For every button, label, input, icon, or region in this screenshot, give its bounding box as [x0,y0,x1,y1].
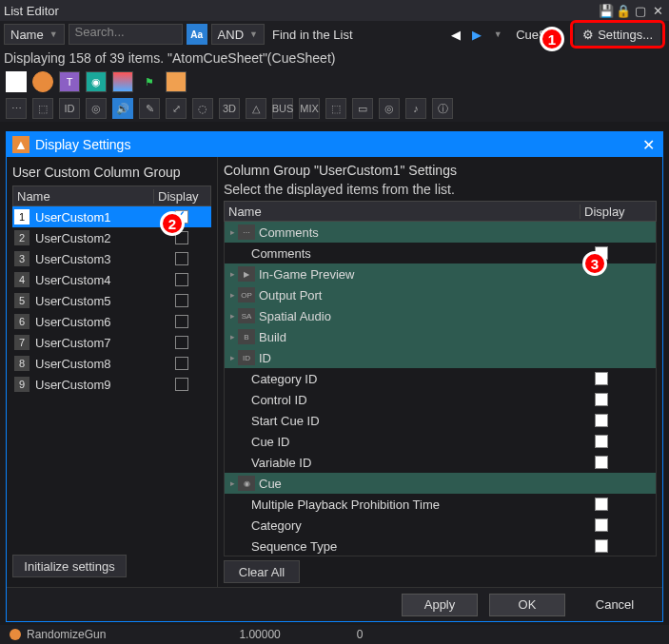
case-toggle[interactable]: Aa [187,24,207,45]
maximize-icon[interactable]: ▢ [633,3,648,18]
user-custom-row[interactable]: 8 UserCustom8 [12,353,211,374]
col-name[interactable]: Name [13,189,153,204]
group-icon: ⋯ [238,224,255,240]
view-bus-icon[interactable]: BUS [272,98,293,119]
view-13[interactable]: ⬚ [325,98,346,119]
column-item-row[interactable]: Category [225,515,656,536]
dropdown-icon[interactable]: ▼ [489,26,506,43]
name-dropdown[interactable]: Name ▼ [4,24,65,45]
column-group-row[interactable]: ▸ ◉ Cue [225,473,656,494]
view-15[interactable]: ◎ [379,98,400,119]
column-group-row[interactable]: ▸ SA Spatial Audio [225,305,656,326]
ok-button[interactable]: OK [489,594,565,616]
display-checkbox[interactable] [175,273,188,286]
view-sound-icon[interactable]: 🔊 [112,98,133,119]
display-checkbox[interactable] [595,456,608,469]
tool-7[interactable] [166,71,187,92]
tool-1[interactable] [6,71,27,92]
view-1[interactable]: ⋯ [6,98,27,119]
searchbar: Name ▼ Search... Aa AND ▼ Find in the Li… [0,21,669,48]
view-8[interactable]: ◌ [192,98,213,119]
tool-wave-icon[interactable]: ◉ [86,71,107,92]
view-4[interactable]: ◎ [86,98,107,119]
user-custom-row[interactable]: 6 UserCustom6 [12,311,211,332]
column-item-row[interactable]: Variable ID [225,452,656,473]
tool-5[interactable] [112,71,133,92]
display-checkbox[interactable] [595,498,608,511]
display-checkbox[interactable] [175,357,188,370]
view-10[interactable]: △ [246,98,266,119]
cancel-button[interactable]: Cancel [577,594,653,616]
tool-text-icon[interactable]: T [59,71,80,92]
lock-icon[interactable]: 🔒 [616,3,631,18]
column-item-row[interactable]: Multiple Playback Prohibition Time [225,494,656,515]
expand-icon[interactable]: ▸ [226,269,238,279]
display-checkbox[interactable] [595,414,608,427]
tool-flag-icon[interactable]: ⚑ [139,71,160,92]
rp-col-name[interactable]: Name [225,205,580,219]
user-custom-row[interactable]: 3 UserCustom3 [12,248,211,269]
and-label: AND [218,28,244,42]
display-checkbox[interactable] [595,372,608,385]
view-7[interactable]: ⤢ [166,98,187,119]
dialog-close-icon[interactable]: ✕ [639,136,657,153]
column-item-row[interactable]: Control ID [225,389,656,410]
column-item-row[interactable]: Cue ID [225,431,656,452]
view-info-icon[interactable]: ⓘ [432,98,453,119]
next-icon[interactable]: ▶ [468,26,485,43]
prev-icon[interactable]: ◀ [447,26,464,43]
bottom-zero: 0 [357,628,364,641]
view-14[interactable]: ▭ [352,98,373,119]
display-checkbox[interactable] [595,539,608,553]
display-checkbox[interactable] [595,435,608,448]
view-2[interactable]: ⬚ [32,98,53,119]
expand-icon[interactable]: ▸ [226,478,238,488]
and-dropdown[interactable]: AND ▼ [211,24,265,45]
settings-button[interactable]: ⚙ Settings... [575,23,660,46]
column-item-row[interactable]: Start Cue ID [225,410,656,431]
clear-all-button[interactable]: Clear All [224,560,300,583]
user-custom-row[interactable]: 4 UserCustom4 [12,269,211,290]
row-label: UserCustom5 [35,294,175,308]
column-group-row[interactable]: ▸ ID ID [225,347,656,368]
apply-button[interactable]: Apply [402,594,478,616]
right-subheading: Select the displayed items from the list… [224,180,657,199]
display-checkbox[interactable] [175,378,188,391]
view-6[interactable]: ✎ [139,98,160,119]
view-mix-icon[interactable]: MIX [299,98,320,119]
user-custom-list: 1 UserCustom1 2 UserCustom2 3 UserCustom… [12,206,211,395]
expand-icon[interactable]: ▸ [226,311,238,321]
right-pane: Column Group "UserCustom1" Settings Sele… [218,157,662,587]
rp-col-display[interactable]: Display [580,205,656,219]
item-label: Category [251,518,595,533]
close-icon[interactable]: ✕ [650,3,665,18]
group-icon: OP [238,287,255,302]
display-checkbox[interactable] [175,315,188,328]
tool-2[interactable] [32,71,53,92]
user-custom-row[interactable]: 5 UserCustom5 [12,290,211,311]
view-16[interactable]: ♪ [405,98,426,119]
column-item-row[interactable]: Category ID [225,368,656,389]
view-3d-icon[interactable]: 3D [219,98,240,119]
display-checkbox[interactable] [175,336,188,349]
display-checkbox[interactable] [595,393,608,406]
user-custom-row[interactable]: 7 UserCustom7 [12,332,211,353]
dialog-body: User Custom Column Group Name Display 1 … [7,157,662,587]
col-display[interactable]: Display [153,189,210,204]
view-id-icon[interactable]: ID [59,98,80,119]
expand-icon[interactable]: ▸ [226,290,238,300]
column-group-row[interactable]: ▸ ⋯ Comments [225,222,656,243]
expand-icon[interactable]: ▸ [226,332,238,342]
column-item-row[interactable]: Sequence Type [225,536,656,556]
display-checkbox[interactable] [175,252,188,265]
column-group-row[interactable]: ▸ B Build [225,326,656,347]
save-icon[interactable]: 💾 [599,3,614,18]
user-custom-row[interactable]: 9 UserCustom9 [12,374,211,395]
search-input[interactable]: Search... [69,24,183,45]
column-group-row[interactable]: ▸ OP Output Port [225,284,656,305]
display-checkbox[interactable] [595,518,608,532]
display-checkbox[interactable] [175,294,188,307]
expand-icon[interactable]: ▸ [226,227,238,237]
expand-icon[interactable]: ▸ [226,353,238,362]
initialize-button[interactable]: Initialize settings [12,555,127,577]
